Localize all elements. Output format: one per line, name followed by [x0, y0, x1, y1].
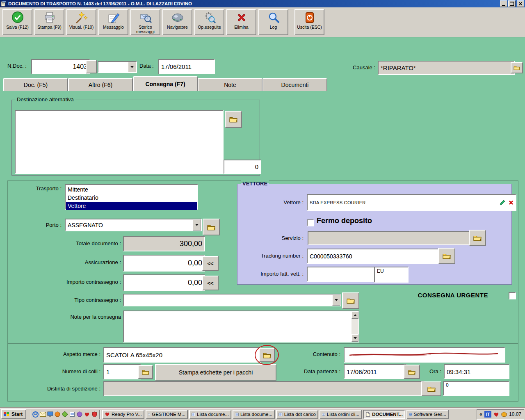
fermo-deposito-checkbox[interactable]	[307, 219, 314, 226]
clear-x-icon[interactable]	[509, 200, 514, 205]
importo-contrassegno-field[interactable]: 0,00	[123, 274, 205, 291]
save-button[interactable]: Salva (F12)	[2, 9, 32, 35]
taskbar-task-gestione[interactable]: GESTIONE M...	[146, 410, 188, 419]
distinta-folder-button[interactable]	[421, 381, 441, 396]
restore-button[interactable]	[508, 0, 516, 7]
language-indicator-badge[interactable]: IT	[484, 411, 491, 418]
delete-button[interactable]: Elimina	[226, 9, 256, 35]
tray-icon[interactable]	[493, 412, 499, 417]
taskbar-task-lista-documenti-2[interactable]: Lista docume...	[233, 410, 275, 419]
data-field[interactable]: 17/06/2011	[158, 59, 215, 74]
importo-fatt-label: Importo fatt. vett. :	[244, 271, 304, 277]
quick-launch-icon[interactable]	[76, 411, 83, 418]
distinta-count-field[interactable]: 0	[443, 381, 509, 396]
servizio-folder-button[interactable]	[469, 230, 486, 246]
porto-folder-button[interactable]	[203, 219, 220, 235]
system-tray: « IT 10.07	[477, 409, 524, 420]
ora-field[interactable]: 09:34:31	[444, 364, 509, 379]
quick-launch-icon[interactable]	[61, 411, 68, 418]
chevron-down-icon[interactable]	[128, 62, 136, 72]
tab-documenti[interactable]: Documenti	[262, 78, 327, 91]
stampa-etichette-button[interactable]: Stampa etichette per i pacchi	[155, 364, 276, 381]
heart-icon[interactable]	[83, 411, 91, 418]
destinazione-textarea[interactable]	[15, 110, 224, 174]
aspetto-merce-field[interactable]: SCATOLA 65x45x20	[103, 347, 261, 363]
taskbar-task-lista-ddt[interactable]: Lista ddt carico	[276, 410, 318, 419]
exit-button[interactable]: Uscita (ESC)	[294, 9, 324, 35]
quick-launch-icon[interactable]	[54, 411, 61, 418]
destinazione-folder-button[interactable]	[225, 111, 242, 128]
vertical-scrollbar[interactable]	[352, 311, 358, 342]
distinta-count-value: 0	[446, 382, 449, 388]
ie-icon[interactable]	[32, 411, 39, 418]
destinazione-count-field[interactable]: 0	[224, 160, 261, 174]
data-partenza-folder-button[interactable]	[404, 365, 420, 379]
minimize-button[interactable]	[500, 0, 507, 7]
tray-expand-chevron[interactable]: «	[479, 411, 482, 417]
chevron-down-icon[interactable]	[332, 294, 340, 306]
tracking-number-field[interactable]: C000050333760	[307, 249, 441, 264]
taskbar-task-documento[interactable]: DOCUMENT...	[363, 410, 405, 419]
print-button[interactable]: Stampa (F9)	[34, 9, 64, 35]
tab-note[interactable]: Note	[198, 78, 262, 91]
servizio-label: Servizio :	[262, 235, 304, 241]
taskbar-task-readypro[interactable]: Ready Pro V...	[102, 410, 144, 419]
assicurazione-field[interactable]: 0,00	[123, 255, 205, 272]
trasporto-option-destinatario[interactable]: Destinatario	[66, 194, 197, 202]
taskbar-task-software-ges[interactable]: Software Ges...	[406, 410, 449, 419]
log-button[interactable]: Log	[258, 9, 288, 35]
start-button[interactable]: Start	[1, 409, 26, 419]
tab-altro[interactable]: Altro (F6)	[68, 78, 133, 91]
app-icon	[1, 1, 7, 7]
taskbar-task-lista-documenti-1[interactable]: Lista docume...	[189, 410, 231, 419]
navigator-sphere-icon	[171, 11, 184, 24]
aspetto-folder-button[interactable]	[259, 348, 275, 362]
taskbar-task-lista-ordini[interactable]: Lista ordini cli...	[320, 410, 362, 419]
causale-field[interactable]: *RIPARATO*	[378, 61, 515, 75]
colli-folder-button[interactable]	[138, 365, 153, 379]
servizio-field[interactable]	[308, 231, 473, 245]
tipo-contrassegno-combobox[interactable]	[123, 294, 341, 306]
scroll-down-button[interactable]	[352, 334, 358, 342]
causale-folder-button[interactable]	[511, 62, 523, 73]
title-bar[interactable]: DOCUMENTO DI TRASPORTO N. 1403 del 17/06…	[0, 0, 525, 7]
vettore-field[interactable]: SDA EXPRESS COURIER	[307, 194, 516, 211]
contenuto-field[interactable]	[344, 347, 505, 363]
quick-launch-icon[interactable]	[68, 411, 76, 418]
message-history-button[interactable]: Storico messaggi	[130, 9, 160, 35]
close-button[interactable]	[517, 0, 524, 7]
importo-fatt-field[interactable]	[307, 267, 378, 282]
scroll-up-button[interactable]	[352, 311, 358, 319]
clock[interactable]: 10.07	[509, 411, 521, 417]
tipo-contrassegno-folder-button[interactable]	[342, 292, 359, 309]
contrassegno-shift-button[interactable]: <<	[202, 276, 219, 290]
preview-button[interactable]: Visual. (F10)	[66, 9, 96, 35]
operations-button[interactable]: Op.eseguite	[194, 9, 224, 35]
distinta-spedizione-field[interactable]	[103, 381, 425, 396]
trasporto-listbox[interactable]: Mittente Destinatario Vettore	[65, 184, 198, 210]
tracking-folder-button[interactable]	[438, 248, 455, 264]
porto-combobox[interactable]: ASSEGNATO	[65, 219, 202, 231]
navigator-button[interactable]: Navigatore	[162, 9, 192, 35]
tray-icon[interactable]	[501, 411, 507, 417]
trasporto-option-mittente[interactable]: Mittente	[66, 185, 197, 194]
tab-consegna[interactable]: Consegna (F7)	[133, 76, 198, 91]
shield-icon[interactable]	[91, 411, 98, 418]
ndoc-field[interactable]: 1403	[31, 59, 90, 74]
ndoc-aux-button[interactable]	[86, 60, 97, 73]
note-consegna-textarea[interactable]	[123, 310, 359, 342]
assicurazione-shift-button[interactable]: <<	[202, 256, 219, 271]
mail-icon[interactable]	[39, 411, 46, 418]
doc-type-combobox[interactable]	[98, 61, 137, 73]
destinazione-count-value: 0	[255, 163, 258, 170]
tab-doc[interactable]: Doc. (F5)	[3, 78, 68, 91]
chevron-down-icon[interactable]	[193, 219, 201, 231]
data-partenza-field[interactable]: 17/06/2011	[344, 364, 407, 379]
valuta-field[interactable]: EU	[374, 267, 409, 283]
message-button[interactable]: Messaggio	[98, 9, 128, 35]
numero-colli-field[interactable]: 1	[103, 364, 141, 379]
consegna-urgente-checkbox[interactable]	[509, 292, 516, 299]
edit-pencil-icon[interactable]	[499, 199, 506, 206]
trasporto-option-vettore[interactable]: Vettore	[66, 202, 197, 210]
desktop-icon[interactable]	[46, 411, 54, 418]
